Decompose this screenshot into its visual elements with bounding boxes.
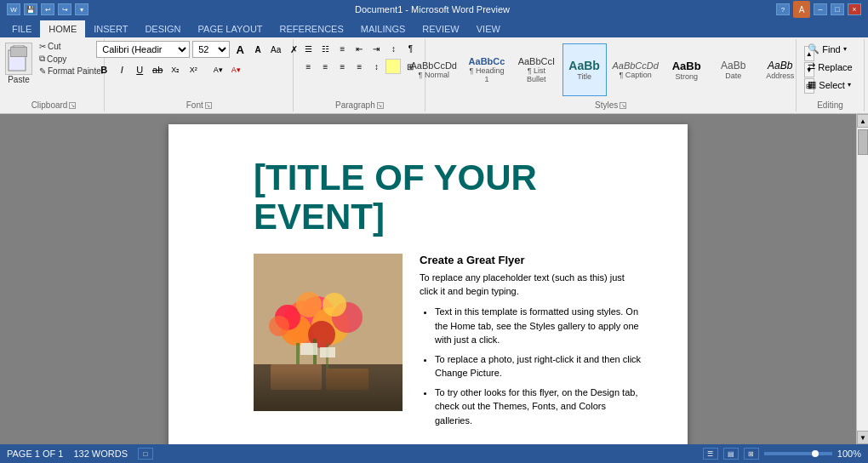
bold-button[interactable]: B: [96, 62, 111, 77]
styles-content: AaBbCcDd ¶ Normal AaBbCc ¶ Heading 1 AaB…: [408, 41, 814, 99]
style-heading1[interactable]: AaBbCc ¶ Heading 1: [463, 43, 511, 96]
tab-mailings[interactable]: MAILINGS: [352, 20, 414, 37]
style-address[interactable]: AaBb Address: [758, 43, 802, 96]
align-center-button[interactable]: ≡: [317, 59, 333, 74]
flyer-heading[interactable]: Create a Great Flyer: [420, 254, 645, 266]
read-mode-button[interactable]: ☰: [703, 448, 718, 460]
page-info: PAGE 1 OF 1: [7, 449, 63, 459]
style-caption[interactable]: AaBbCcDd ¶ Caption: [609, 43, 662, 96]
web-layout-button[interactable]: ⊞: [744, 448, 759, 460]
replace-button[interactable]: ⇄ Replace: [803, 59, 856, 75]
document-area: [TITLE OF YOUR EVENT]: [0, 114, 868, 444]
zoom-slider[interactable]: [764, 452, 832, 455]
change-case-button[interactable]: Aa: [268, 42, 283, 57]
style-listbullet[interactable]: AaBbCcI ¶ List Bullet: [513, 43, 559, 96]
align-left-button[interactable]: ≡: [300, 59, 316, 74]
font-size-increase-button[interactable]: A: [232, 42, 248, 57]
flyer-intro[interactable]: To replace any placeholder text (such as…: [420, 272, 645, 298]
clipboard-expand-icon[interactable]: ↘: [69, 102, 76, 109]
flower-image[interactable]: [254, 254, 403, 411]
tab-page-layout[interactable]: PAGE LAYOUT: [190, 20, 271, 37]
restore-button[interactable]: □: [831, 3, 844, 15]
vertical-scrollbar[interactable]: ▲ ▼: [856, 114, 868, 444]
status-bar: PAGE 1 OF 1 132 WORDS □ ☰ ▤ ⊞ 100%: [0, 444, 868, 463]
editing-group: 🔍 Find ▾ ⇄ Replace ▦ Select ▾ Editing: [797, 39, 865, 111]
scroll-track[interactable]: [857, 157, 868, 431]
zoom-level: 100%: [837, 449, 861, 459]
superscript-button[interactable]: X²: [186, 62, 201, 77]
subscript-button[interactable]: X₂: [168, 62, 183, 77]
tab-view[interactable]: VIEW: [468, 20, 509, 37]
line-spacing-button[interactable]: ↕: [368, 59, 384, 74]
font-content: Calibri (Headir 52 A A Aa ✗ B I U ab X₂ …: [96, 41, 301, 99]
style-caption-preview: AaBbCcDd: [612, 60, 658, 71]
font-row-2: B I U ab X₂ X² A▾ A▾: [96, 62, 243, 77]
multilevel-list-button[interactable]: ≡: [334, 41, 350, 56]
text-highlight-button[interactable]: A▾: [210, 62, 226, 77]
save-icon[interactable]: 💾: [24, 3, 37, 15]
tab-references[interactable]: REFERENCES: [271, 20, 352, 37]
styles-expand-icon[interactable]: ↘: [620, 102, 626, 109]
bullets-button[interactable]: ☰: [300, 41, 316, 56]
strikethrough-button[interactable]: ab: [150, 62, 165, 77]
language-button[interactable]: □: [138, 448, 153, 460]
justify-button[interactable]: ≡: [351, 59, 367, 74]
copy-button[interactable]: ⧉ Copy: [37, 53, 106, 65]
scroll-up-button[interactable]: ▲: [857, 114, 868, 128]
undo-icon[interactable]: ↩: [41, 3, 54, 15]
scroll-thumb[interactable]: [858, 129, 868, 155]
numbering-button[interactable]: ☷: [317, 41, 333, 56]
para-row-2: ≡ ≡ ≡ ≡ ↕ ⊞: [300, 59, 418, 74]
style-strong[interactable]: AaBb Strong: [665, 43, 709, 96]
help-icon[interactable]: ?: [776, 3, 790, 15]
tab-design[interactable]: DESIGN: [136, 20, 189, 37]
style-normal[interactable]: AaBbCcDd ¶ Normal: [408, 43, 460, 96]
font-expand-icon[interactable]: ↘: [205, 102, 212, 109]
find-icon: 🔍: [808, 43, 819, 54]
font-name-select[interactable]: Calibri (Headir: [96, 41, 190, 58]
style-title[interactable]: AaBb Title: [562, 43, 607, 96]
underline-button[interactable]: U: [132, 62, 147, 77]
find-button[interactable]: 🔍 Find ▾: [803, 41, 850, 57]
font-size-decrease-button[interactable]: A: [250, 42, 266, 57]
close-button[interactable]: ×: [848, 3, 861, 15]
paragraph-expand-icon[interactable]: ↘: [377, 102, 384, 109]
italic-button[interactable]: I: [114, 62, 129, 77]
tab-file[interactable]: FILE: [3, 20, 40, 37]
cut-button[interactable]: ✂ Cut: [37, 41, 106, 52]
format-painter-button[interactable]: ✎ Format Painter: [37, 66, 106, 77]
font-size-select[interactable]: 52: [192, 41, 230, 58]
select-button[interactable]: ▦ Select ▾: [803, 77, 855, 93]
minimize-button[interactable]: –: [814, 3, 827, 15]
style-title-label: Title: [577, 72, 591, 81]
decrease-indent-button[interactable]: ⇤: [351, 41, 367, 56]
page-content: Create a Great Flyer To replace any plac…: [254, 254, 645, 432]
document-page[interactable]: [TITLE OF YOUR EVENT]: [168, 124, 688, 444]
tab-home[interactable]: HOME: [40, 20, 85, 37]
styles-label: Styles ↘: [431, 99, 791, 110]
print-layout-button[interactable]: ▤: [723, 448, 739, 460]
font-row-1: Calibri (Headir 52 A A Aa ✗: [96, 41, 301, 58]
user-avatar[interactable]: A: [793, 1, 810, 18]
paste-button[interactable]: Paste: [2, 41, 36, 86]
tab-insert[interactable]: INSERT: [85, 20, 136, 37]
scroll-down-button[interactable]: ▼: [857, 431, 868, 444]
clipboard-content: Paste ✂ Cut ⧉ Copy ✎ Format Painter: [2, 41, 106, 99]
sort-button[interactable]: ↕: [385, 41, 401, 56]
font-color-button[interactable]: A▾: [228, 62, 243, 77]
tab-review[interactable]: REVIEW: [414, 20, 467, 37]
customize-icon[interactable]: ▾: [75, 3, 89, 15]
title-bar: W 💾 ↩ ↪ ▾ Document1 - Microsoft Word Pre…: [0, 0, 868, 19]
flyer-bullets: Text in this template is formatted using…: [420, 305, 645, 427]
align-right-button[interactable]: ≡: [334, 59, 350, 74]
redo-icon[interactable]: ↪: [58, 3, 71, 15]
font-label: Font ↘: [110, 99, 288, 110]
increase-indent-button[interactable]: ⇥: [368, 41, 384, 56]
shading-button[interactable]: [385, 59, 401, 74]
style-date[interactable]: AaBb Date: [711, 43, 756, 96]
bullet-item-1[interactable]: Text in this template is formatted using…: [435, 305, 645, 347]
style-normal-label: ¶ Normal: [419, 71, 449, 79]
bullet-item-3[interactable]: To try other looks for this flyer, on th…: [435, 386, 645, 428]
event-title[interactable]: [TITLE OF YOUR EVENT]: [254, 158, 645, 237]
bullet-item-2[interactable]: To replace a photo, just right-click it …: [435, 352, 645, 380]
